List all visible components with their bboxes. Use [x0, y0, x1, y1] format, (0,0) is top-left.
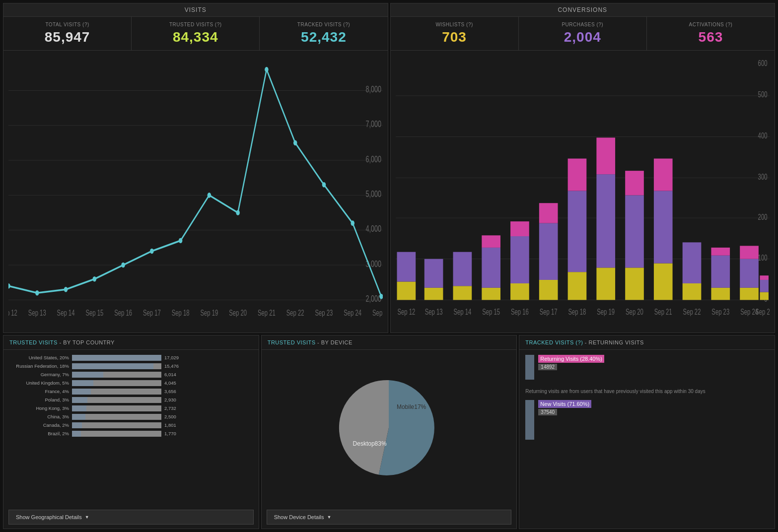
- svg-text:Sep 23: Sep 23: [711, 308, 729, 316]
- country-header-rest: - BY TOP COUNTRY: [59, 339, 115, 345]
- svg-point-19: [150, 249, 154, 254]
- svg-rect-68: [539, 280, 558, 300]
- returning-bar: [525, 355, 534, 380]
- bar-fill: [72, 380, 93, 386]
- svg-point-14: [8, 283, 10, 289]
- new-visits-info: New Visits (71.60%) 37540: [538, 400, 769, 415]
- svg-text:Sep 21: Sep 21: [258, 309, 276, 317]
- svg-rect-78: [625, 195, 644, 267]
- bar-track: [72, 355, 161, 361]
- svg-text:7,000: 7,000: [366, 119, 381, 129]
- svg-text:Mobile17%: Mobile17%: [397, 403, 426, 410]
- returning-content: Returning Visits (28.40%) 14892 Returnin…: [519, 350, 775, 529]
- device-panel: TRUSTED VISITS - BY DEVICE Desktop83% Mo…: [261, 335, 517, 529]
- bar-fill: [72, 372, 103, 378]
- country-name: Germany, 7%: [9, 372, 69, 377]
- svg-rect-66: [510, 236, 529, 283]
- bar-value: 1,770: [164, 431, 176, 436]
- svg-point-24: [293, 140, 297, 146]
- svg-rect-83: [682, 283, 701, 300]
- svg-rect-69: [539, 223, 558, 280]
- svg-text:Sep 15: Sep 15: [85, 309, 103, 317]
- country-bar-row: Canada, 2% 1,801: [9, 422, 253, 428]
- new-visits-block: New Visits (71.60%) 37540: [525, 400, 769, 440]
- returning-info: Returning Visits (28.40%) 14892: [538, 355, 769, 370]
- show-device-button[interactable]: Show Device Details ▼: [267, 510, 512, 525]
- pie-chart-container: Desktop83% Mobile17%: [262, 350, 517, 506]
- country-name: United Kingdom, 5%: [9, 380, 69, 386]
- purchases-label: PURCHASES (?): [562, 22, 603, 27]
- returning-header-accent: TRACKED VISITS (?): [525, 339, 583, 345]
- svg-rect-93: [760, 275, 769, 280]
- bar-value: 15,476: [164, 363, 179, 369]
- bar-fill: [72, 405, 86, 411]
- svg-rect-79: [625, 171, 644, 195]
- svg-text:500: 500: [758, 91, 767, 99]
- svg-rect-63: [482, 248, 500, 288]
- svg-text:Sep 19: Sep 19: [200, 309, 218, 317]
- country-bar-row: Brazil, 2% 1,770: [9, 431, 253, 437]
- svg-text:Sep 16: Sep 16: [114, 309, 132, 317]
- bar-value: 1,801: [164, 422, 176, 428]
- returning-description: Returning visits are from users that hav…: [525, 388, 769, 395]
- show-geographical-button[interactable]: Show Geographical Details ▼: [8, 510, 254, 525]
- svg-text:Sep 17: Sep 17: [143, 309, 161, 317]
- country-name: Canada, 2%: [9, 422, 69, 428]
- show-device-label: Show Device Details: [274, 514, 324, 520]
- svg-rect-82: [653, 159, 672, 191]
- svg-rect-84: [682, 242, 701, 283]
- country-bar-row: Hong Kong, 3% 2,732: [9, 405, 253, 411]
- visits-panel: VISITS TOTAL VISITS (?) 85,947 TRUSTED V…: [3, 3, 388, 333]
- svg-text:Sep 21: Sep 21: [654, 308, 672, 316]
- svg-text:100: 100: [758, 254, 767, 262]
- svg-rect-85: [711, 288, 730, 300]
- svg-rect-74: [596, 267, 615, 300]
- bar-track: [72, 380, 161, 386]
- svg-text:Sep 17: Sep 17: [539, 308, 557, 316]
- svg-rect-65: [510, 283, 529, 300]
- tracked-visits-label: TRACKED VISITS (?): [297, 22, 350, 27]
- country-bar-row: Russian Federation, 18% 15,476: [9, 363, 253, 369]
- country-bar-row: France, 4% 3,656: [9, 389, 253, 395]
- bar-fill: [72, 397, 87, 403]
- svg-rect-64: [482, 235, 500, 248]
- svg-rect-70: [539, 203, 558, 223]
- purchases-box: PURCHASES (?) 2,004: [519, 17, 647, 50]
- svg-point-20: [179, 238, 183, 244]
- returning-visits-block: Returning Visits (28.40%) 14892: [525, 355, 769, 380]
- svg-text:Sep 14: Sep 14: [453, 308, 471, 316]
- new-visits-count: 37540: [538, 409, 557, 415]
- svg-rect-81: [653, 191, 672, 264]
- svg-rect-73: [567, 159, 586, 191]
- country-bar-row: China, 3% 2,500: [9, 414, 253, 420]
- svg-point-17: [93, 276, 97, 282]
- bar-track: [72, 389, 161, 395]
- trusted-visits-label: TRUSTED VISITS (?): [169, 22, 222, 27]
- chevron-down-icon: ▼: [85, 515, 89, 520]
- trusted-visits-value: 84,334: [173, 29, 218, 45]
- svg-rect-92: [760, 280, 769, 292]
- pie-chart-svg: Desktop83% Mobile17%: [329, 368, 448, 487]
- purchases-value: 2,004: [564, 29, 601, 45]
- svg-point-18: [121, 263, 125, 268]
- bar-value: 2,732: [164, 405, 176, 411]
- show-geographical-label: Show Geographical Details: [16, 514, 82, 520]
- bar-value: 2,500: [164, 414, 176, 419]
- bar-track: [72, 363, 161, 369]
- bottom-row: TRUSTED VISITS - BY TOP COUNTRY United S…: [3, 335, 775, 529]
- svg-rect-91: [760, 292, 769, 300]
- bar-fill: [72, 363, 153, 369]
- bar-track: [72, 422, 161, 428]
- activations-value: 563: [699, 29, 723, 45]
- svg-point-25: [322, 182, 326, 188]
- tracked-visits-box: TRACKED VISITS (?) 52,432: [260, 17, 387, 50]
- bar-track: [72, 431, 161, 437]
- svg-point-21: [208, 193, 212, 198]
- svg-text:8,000: 8,000: [366, 84, 381, 94]
- visits-stats-row: TOTAL VISITS (?) 85,947 TRUSTED VISITS (…: [3, 17, 388, 51]
- svg-text:Sep 22: Sep 22: [286, 309, 304, 317]
- svg-rect-76: [596, 137, 615, 174]
- new-visits-label: New Visits (71.60%): [538, 400, 591, 408]
- svg-text:6,000: 6,000: [366, 154, 381, 164]
- svg-text:5,000: 5,000: [366, 189, 381, 199]
